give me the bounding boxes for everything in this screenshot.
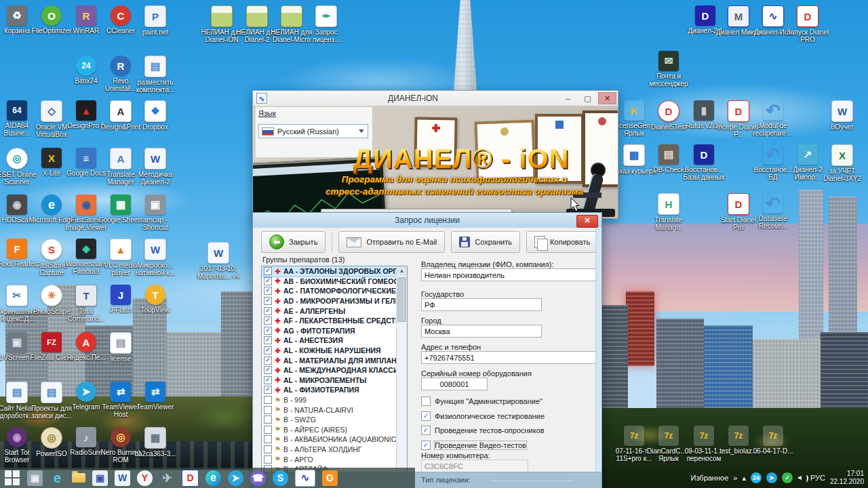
group-list-item[interactable]: ✓✚AB - БИОХИМИЧЕСКИЙ ГОМЕОСТАЗ xyxy=(262,277,407,287)
amcap-taskbar-icon[interactable]: ▣ xyxy=(27,470,43,486)
checkbox[interactable]: ✓ xyxy=(264,327,272,335)
close-button[interactable]: ✕ xyxy=(598,92,616,104)
address-field[interactable]: +79267475551 xyxy=(421,351,596,364)
desktop-icon[interactable]: ▣amcap - Shortcut xyxy=(133,195,178,231)
group-list-item[interactable]: ⚑B - АЛЬТЕРА ХОЛДИНГ xyxy=(262,445,407,455)
checkbox[interactable]: ✓ xyxy=(421,441,431,450)
desktop-icon[interactable]: Ppaint.net xyxy=(133,5,178,36)
foxit-taskbar-icon[interactable]: G xyxy=(322,470,338,486)
checkbox[interactable] xyxy=(421,396,431,406)
checkbox[interactable]: ✓ xyxy=(264,366,272,374)
checkbox[interactable]: ✓ xyxy=(264,336,272,344)
group-list-item[interactable]: ✓✚AE - АЛЛЕРГЕНЫ xyxy=(262,306,407,316)
bird-app-taskbar-icon[interactable]: ✈ xyxy=(159,470,175,486)
list-scrollbar[interactable]: ▲ xyxy=(396,266,407,488)
group-list-item[interactable]: ⚑B - 999 xyxy=(262,395,407,405)
floppy-taskbar-icon[interactable]: ▣ xyxy=(92,470,108,486)
dialog-titlebar[interactable]: Запрос лицензии xyxy=(253,213,601,228)
group-list-item[interactable]: ✓✚AL - МИКРОЭЛЕМЕНТЫ xyxy=(262,375,407,386)
checkbox[interactable]: ✓ xyxy=(264,277,272,285)
desktop-icon[interactable]: WМикроско... нативной к... xyxy=(133,239,178,277)
checkbox[interactable]: ✓ xyxy=(421,426,431,435)
group-list-item[interactable]: ⚑B - NATURA-CLAIRVI xyxy=(262,405,407,415)
group-list-item[interactable]: ⚑B - АЙРЕС (AIRES) xyxy=(262,425,407,435)
desktop-icon[interactable]: W2017-03-10, Марлоза... уч xyxy=(196,242,241,280)
group-list-item[interactable]: ✓✚AL - МАТЕРИАЛЫ ДЛЯ ИМПЛАНТАЦ... xyxy=(262,355,407,365)
skype-taskbar-icon[interactable]: S xyxy=(273,470,288,486)
taskbar-clock[interactable]: 17:01 22.12.2020 xyxy=(830,470,864,487)
speaker-icon[interactable] xyxy=(797,474,803,481)
desktop-icon[interactable]: WМетодичка Дианел-2 xyxy=(133,148,178,186)
start-button[interactable] xyxy=(4,470,20,486)
bitrix24-tray-icon[interactable]: 24 xyxy=(751,472,762,483)
checkbox[interactable]: ✓ xyxy=(264,317,272,325)
language-indicator[interactable]: РУС xyxy=(810,474,825,482)
desktop-icon[interactable]: ↶Database Recove... xyxy=(751,193,795,230)
word-taskbar-icon[interactable]: W xyxy=(115,470,130,486)
scrollbar-thumb[interactable] xyxy=(397,277,406,322)
checkbox[interactable]: ✓ xyxy=(264,307,272,315)
group-list-item[interactable]: ✓✚AG - ФИТОТЕРАПИЯ xyxy=(262,326,407,336)
desktop-icon[interactable]: DЗапуск Dianel PRO xyxy=(785,5,830,43)
checkbox[interactable] xyxy=(264,445,272,453)
checkbox[interactable]: ✓ xyxy=(421,411,431,421)
checkbox[interactable] xyxy=(264,426,272,434)
scroll-up-icon[interactable]: ▲ xyxy=(397,266,407,276)
file-explorer-icon[interactable] xyxy=(72,473,85,483)
group-list-item[interactable]: ⚑B - АРГО xyxy=(262,454,407,464)
copy-button[interactable]: Копировать xyxy=(526,231,598,253)
checkbox[interactable] xyxy=(264,455,272,464)
group-list-item[interactable]: ✓✚AL - МЕЖДУНАРОДНАЯ КЛАССИФИК... xyxy=(262,365,407,375)
favorites-toolbar[interactable]: Избранное xyxy=(691,474,729,482)
save-button[interactable]: Сохранить xyxy=(451,231,520,253)
group-list-item[interactable]: ✓✚AA - ЭТАЛОНЫ ЗДОРОВЫХ ОРГАНОВ xyxy=(262,266,407,277)
desktop-icon[interactable]: ▦ba2ca363-3... xyxy=(133,427,178,458)
option-checkbox-row[interactable]: ✓Физиологическое тестирование xyxy=(421,411,545,421)
checkbox[interactable] xyxy=(264,435,272,443)
group-list-item[interactable]: ✓✚AL - АНЕСТЕЗИЯ xyxy=(262,336,407,346)
group-list-item[interactable]: ✓✚AL - ФИЗИОТЕРАПИЯ xyxy=(262,385,407,395)
desktop-icon[interactable]: WВОучет xyxy=(820,100,865,131)
dianel-pro-taskbar-icon[interactable]: D xyxy=(182,470,199,487)
telegram-taskbar-icon[interactable]: ➤ xyxy=(228,470,243,486)
option-checkbox-row[interactable]: ✓Проведение Видео-тестов xyxy=(421,441,526,450)
checkbox[interactable]: ✓ xyxy=(264,376,272,384)
language-select[interactable]: Русский (Russian) xyxy=(258,124,368,138)
checkbox[interactable]: ✓ xyxy=(264,297,272,305)
desktop-icon[interactable]: DВосстанов... Базы данных xyxy=(682,144,726,181)
green-check-tray-icon[interactable]: ✓ xyxy=(782,472,793,483)
edge-taskbar-icon[interactable]: e xyxy=(205,470,221,486)
maximize-button[interactable]: ▢ xyxy=(578,92,597,104)
desktop-icon[interactable]: ❖Dropbox xyxy=(133,100,178,131)
yandex-taskbar-icon[interactable]: Y xyxy=(137,470,153,486)
desktop-icon[interactable]: 7z06-04-17-D... xyxy=(751,426,795,455)
desktop-icon[interactable]: TToupView xyxy=(133,285,178,314)
option-checkbox-row[interactable]: Функция "Администрирование" xyxy=(421,396,542,406)
group-list-item[interactable]: ✓✚AC - ПАТОМОРФОЛОГИЧЕСКИЕ И НО... xyxy=(262,286,407,296)
dianel-ion-taskbar-icon[interactable]: ∿ xyxy=(295,470,315,487)
ie-taskbar-icon[interactable]: e xyxy=(50,470,65,486)
desktop-icon[interactable]: ✉Почта и мессенджер xyxy=(646,51,691,87)
dianel-window-titlebar[interactable]: ∿ ДИАНЕЛ-iON – ▢ ✕ xyxy=(253,91,618,106)
desktop-icon[interactable]: ↶Modul de recuperare ... xyxy=(751,100,795,137)
checkbox[interactable]: ✓ xyxy=(264,287,272,295)
group-list-item[interactable]: ⚑B - АКВАБИОНИКА (AQUABIONICA) xyxy=(262,434,407,445)
toolbar-overflow-chevron[interactable]: » xyxy=(733,474,737,482)
desktop-icon[interactable]: ⇄TeamViewer xyxy=(133,382,178,411)
checkbox[interactable]: ✓ xyxy=(264,346,272,354)
group-list-item[interactable]: ✓✚AF - ЛЕКАРСТВЕННЫЕ СРЕДСТВА xyxy=(262,316,407,326)
preparation-groups-list[interactable]: ✓✚AA - ЭТАЛОНЫ ЗДОРОВЫХ ОРГАНОВ✓✚AB - БИ… xyxy=(261,266,408,488)
option-checkbox-row[interactable]: ✓Проведение тестов-опросников xyxy=(421,426,545,435)
desktop-icon[interactable]: ▤license xyxy=(98,332,143,363)
desktop-icon[interactable]: HTranslate Manag... xyxy=(646,193,691,231)
group-list-item[interactable]: ✓✚AL - КОЖНЫЕ НАРУШЕНИЯ xyxy=(262,346,407,356)
minimize-button[interactable]: – xyxy=(559,92,577,104)
telegram-tray-icon[interactable]: ➤ xyxy=(766,472,777,483)
checkbox[interactable]: ✓ xyxy=(264,386,272,394)
send-email-button[interactable]: Отправить по E-Mail xyxy=(338,231,445,253)
serial-field[interactable]: 0080001 xyxy=(421,378,488,390)
dialog-close-button[interactable]: ✕ xyxy=(576,215,598,228)
checkbox[interactable]: ✓ xyxy=(264,357,272,365)
owner-field[interactable]: Нелиан производитель xyxy=(421,268,596,281)
viber-taskbar-icon[interactable]: ☎ xyxy=(250,470,266,486)
